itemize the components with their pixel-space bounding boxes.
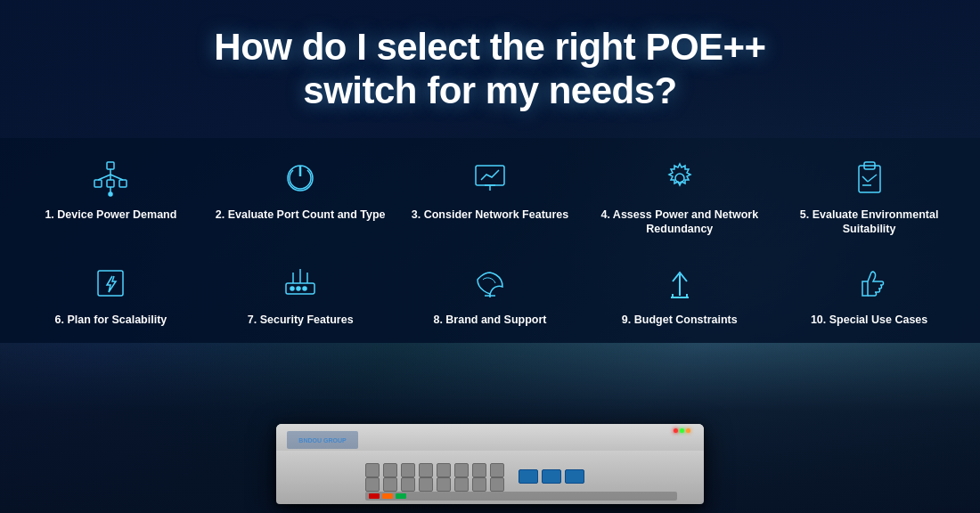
network-node-icon — [88, 156, 133, 200]
port-11 — [401, 477, 415, 492]
switch-device: BNDOU GROUP — [276, 424, 704, 504]
item-8-brand: 8. Brand and Support — [397, 252, 584, 350]
item-10-special: 10. Special Use Cases — [776, 252, 962, 350]
router-icon — [278, 261, 323, 305]
port-4 — [419, 463, 433, 477]
brand-logo: BNDOU GROUP — [287, 431, 358, 449]
main-title: How do I select the right POE++ switch f… — [214, 26, 765, 112]
item-6-label: 6. Plan for Scalability — [55, 313, 167, 327]
product-section: BNDOU GROUP — [0, 344, 980, 513]
port-5 — [437, 463, 451, 477]
items-grid: 1. Device Power Demand 2. Evaluate Port … — [18, 147, 962, 350]
port-14 — [454, 477, 469, 492]
led-red — [674, 428, 678, 433]
svg-point-9 — [109, 192, 112, 196]
item-10-label: 10. Special Use Cases — [811, 313, 927, 327]
led-indicators — [674, 428, 690, 433]
port-7 — [472, 463, 486, 477]
indicator-orange — [382, 493, 393, 499]
svg-rect-21 — [98, 271, 123, 296]
item-2-label: 2. Evaluate Port Count and Type — [216, 208, 386, 222]
item-3-network-features: 3. Consider Network Features — [397, 147, 584, 245]
port-13 — [437, 477, 451, 492]
item-5-environmental: 5. Evaluate Environmental Suitability — [776, 147, 962, 245]
rj45-ports — [365, 463, 506, 490]
led-green — [680, 428, 684, 433]
svg-point-27 — [297, 287, 300, 290]
svg-line-19 — [868, 175, 877, 182]
svg-rect-3 — [119, 180, 127, 187]
title-line2: switch for my needs? — [303, 69, 676, 111]
svg-rect-1 — [94, 180, 102, 187]
svg-rect-12 — [476, 166, 504, 185]
port-15 — [472, 477, 486, 492]
thumbs-up-icon — [847, 261, 892, 305]
port-2 — [383, 463, 397, 477]
item-1-device-power: 1. Device Power Demand — [18, 147, 204, 245]
port-8 — [490, 463, 504, 477]
led-orange — [686, 428, 690, 433]
item-7-security: 7. Security Features — [208, 252, 394, 350]
switch-top-panel: BNDOU GROUP — [276, 424, 704, 451]
recycle-icon — [468, 261, 512, 305]
sfp-port-3 — [565, 469, 584, 484]
svg-rect-2 — [107, 180, 114, 187]
item-7-label: 7. Security Features — [248, 313, 354, 327]
title-line1: How do I select the right POE++ — [214, 26, 765, 68]
port-9 — [365, 477, 380, 492]
svg-rect-0 — [107, 162, 114, 169]
svg-point-26 — [290, 287, 294, 290]
port-10 — [383, 477, 397, 492]
sfp-port-2 — [542, 469, 561, 484]
svg-point-28 — [303, 287, 306, 290]
item-3-label: 3. Consider Network Features — [412, 208, 568, 222]
sfp-port-1 — [519, 469, 538, 484]
svg-line-18 — [862, 176, 868, 182]
lightning-box-icon — [88, 261, 133, 305]
port-16 — [490, 477, 504, 492]
item-2-port-count: 2. Evaluate Port Count and Type — [208, 147, 394, 245]
clipboard-icon — [847, 156, 892, 200]
item-6-scalability: 6. Plan for Scalability — [18, 252, 204, 350]
port-12 — [419, 477, 433, 492]
title-area: How do I select the right POE++ switch f… — [0, 0, 980, 138]
power-button-icon — [278, 156, 323, 200]
port-labels — [365, 492, 677, 501]
indicator-red — [369, 493, 380, 499]
item-8-label: 8. Brand and Support — [433, 313, 546, 327]
item-9-budget: 9. Budget Constraints — [586, 252, 772, 350]
sfp-ports — [519, 469, 584, 484]
svg-line-5 — [98, 175, 110, 180]
port-3 — [401, 463, 415, 477]
arrow-up-icon — [657, 261, 702, 305]
item-4-redundancy: 4. Assess Power and Network Redundancy — [586, 147, 772, 245]
gear-icon — [657, 156, 702, 200]
svg-point-15 — [675, 174, 684, 183]
item-1-label: 1. Device Power Demand — [45, 208, 176, 222]
svg-line-7 — [110, 175, 123, 180]
item-9-label: 9. Budget Constraints — [622, 313, 738, 327]
monitor-chart-icon — [468, 156, 512, 200]
port-6 — [454, 463, 469, 477]
item-4-label: 4. Assess Power and Network Redundancy — [593, 208, 765, 237]
logo-text: BNDOU GROUP — [298, 437, 346, 444]
port-1 — [365, 463, 380, 477]
indicator-green — [396, 493, 406, 499]
item-5-label: 5. Evaluate Environmental Suitability — [783, 208, 955, 237]
